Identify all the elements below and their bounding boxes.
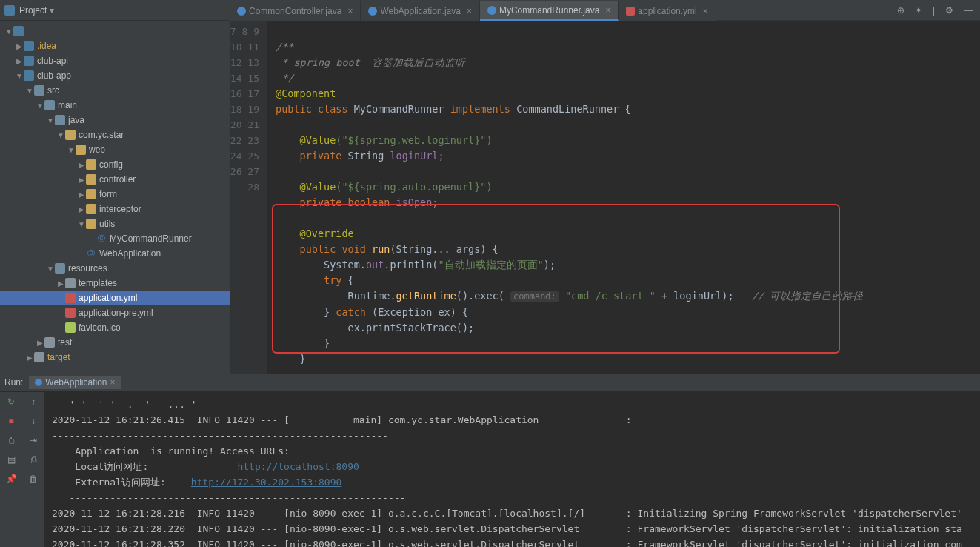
code-area[interactable]: /** * spring boot 容器加载后自动监听 */ @Componen… xyxy=(267,21,980,374)
layout-icon[interactable]: ▤ xyxy=(7,454,16,465)
tree-arrow-icon[interactable]: ▼ xyxy=(46,265,55,273)
tree-item[interactable]: ▶.idea xyxy=(0,39,230,53)
tree-arrow-icon[interactable]: ▶ xyxy=(25,354,34,362)
wrap-icon[interactable]: ⇥ xyxy=(30,435,37,445)
class-icon: Ⓒ xyxy=(86,248,96,259)
close-icon[interactable]: × xyxy=(347,6,353,16)
run-tab[interactable]: WebApplication × xyxy=(29,376,121,389)
tree-arrow-icon[interactable]: ▼ xyxy=(67,146,76,154)
run-header: Run: WebApplication × xyxy=(0,374,980,391)
tree-item[interactable]: ▶target xyxy=(0,350,230,365)
tree-item[interactable]: ⒸWebApplication xyxy=(0,246,230,261)
tree-arrow-icon[interactable]: ▶ xyxy=(77,176,86,184)
tree-item[interactable]: ▼com.yc.star xyxy=(0,127,230,142)
tree-item[interactable]: ▼ xyxy=(0,24,230,39)
folder-icon xyxy=(44,100,55,110)
editor-tab[interactable]: application.yml× xyxy=(619,1,716,21)
stop-icon[interactable]: ■ xyxy=(8,416,13,426)
target-icon[interactable]: ⊕ xyxy=(897,5,904,16)
tab-label: application.yml xyxy=(638,6,696,16)
tree-item[interactable]: ▶form xyxy=(0,187,230,202)
project-tree[interactable]: ▼▶.idea▶club-api▼club-app▼src▼main▼java▼… xyxy=(0,21,230,374)
tree-label: controller xyxy=(99,174,136,185)
tree-item[interactable]: ▼club-app xyxy=(0,68,230,83)
tree-arrow-icon[interactable]: ▼ xyxy=(77,220,86,228)
tree-item[interactable]: favicon.ico xyxy=(0,320,230,335)
code-editor[interactable]: 7 8 9 10 11 12 13 14 15 16 17 18 19 20 2… xyxy=(230,21,980,374)
file-icon xyxy=(368,7,377,16)
tree-arrow-icon[interactable]: ▼ xyxy=(56,131,65,139)
tree-label: utils xyxy=(99,219,115,229)
tree-item[interactable]: ▼java xyxy=(0,113,230,127)
expand-icon[interactable]: ✦ xyxy=(915,5,922,16)
run-tab-label: WebApplication xyxy=(45,377,107,388)
tree-item[interactable]: ▼src xyxy=(0,83,230,98)
tree-item[interactable]: ▼web xyxy=(0,142,230,157)
project-selector[interactable]: Project ▾ xyxy=(0,5,54,16)
file-icon xyxy=(626,7,635,16)
tree-label: web xyxy=(89,145,105,155)
tree-item[interactable]: ⒸMyCommandRunner xyxy=(0,231,230,246)
tree-arrow-icon[interactable]: ▼ xyxy=(46,116,55,125)
camera-icon[interactable]: ⎙ xyxy=(9,435,14,445)
editor-tab[interactable]: MyCommandRunner.java× xyxy=(480,1,619,21)
print-icon[interactable]: ⎙ xyxy=(31,454,36,465)
folder-icon xyxy=(34,85,44,96)
folder-icon xyxy=(24,70,34,81)
close-icon[interactable]: × xyxy=(605,5,610,16)
run-label: Run: xyxy=(4,377,23,388)
tree-item[interactable]: ▶config xyxy=(0,157,230,172)
tree-item[interactable]: ▶interceptor xyxy=(0,202,230,216)
tree-arrow-icon[interactable]: ▶ xyxy=(36,339,44,347)
gear-icon[interactable]: ⚙ xyxy=(945,5,953,16)
tree-item[interactable]: ▶club-api xyxy=(0,53,230,68)
tree-arrow-icon[interactable]: ▶ xyxy=(77,190,86,199)
tree-arrow-icon[interactable]: ▶ xyxy=(15,57,24,65)
folder-icon xyxy=(65,278,76,288)
tree-label: application.yml xyxy=(79,293,137,303)
folder-icon xyxy=(65,130,76,140)
tab-label: CommonController.java xyxy=(249,6,341,16)
tree-item[interactable]: ▶test xyxy=(0,335,230,350)
editor-tab[interactable]: CommonController.java× xyxy=(230,1,361,21)
tab-label: WebApplication.java xyxy=(380,6,461,16)
trash-icon[interactable]: 🗑 xyxy=(29,474,38,484)
tree-item[interactable]: application-pre.yml xyxy=(0,305,230,320)
folder-icon xyxy=(86,174,96,185)
file-icon xyxy=(487,6,496,15)
tree-item[interactable]: ▶templates xyxy=(0,276,230,291)
folder-icon xyxy=(13,26,24,36)
close-icon[interactable]: × xyxy=(110,377,116,388)
close-icon[interactable]: × xyxy=(703,6,708,16)
line-gutter: 7 8 9 10 11 12 13 14 15 16 17 18 19 20 2… xyxy=(230,21,267,374)
up-icon[interactable]: ↑ xyxy=(31,397,36,407)
console-output[interactable]: '-' '-' .- ' -...-' 2020-11-12 16:21:26.… xyxy=(44,392,980,547)
toolbar-icons: ⊕ ✦ | ⚙ — xyxy=(897,5,980,16)
close-icon[interactable]: × xyxy=(467,6,472,16)
tree-item[interactable]: ▶controller xyxy=(0,172,230,187)
tree-arrow-icon[interactable]: ▼ xyxy=(25,87,34,95)
tree-arrow-icon[interactable]: ▶ xyxy=(15,42,24,50)
tree-label: config xyxy=(99,159,123,170)
tree-arrow-icon[interactable]: ▼ xyxy=(4,27,13,36)
tree-item[interactable]: ▼utils xyxy=(0,216,230,231)
tree-label: favicon.ico xyxy=(79,322,121,333)
folder-icon xyxy=(44,337,55,348)
tree-label: resources xyxy=(68,263,107,274)
tree-item[interactable]: ▼resources xyxy=(0,261,230,276)
project-icon xyxy=(4,5,15,16)
tree-arrow-icon[interactable]: ▼ xyxy=(15,72,24,80)
collapse-icon[interactable]: — xyxy=(964,5,973,16)
class-icon: Ⓒ xyxy=(96,233,107,244)
tree-item[interactable]: application.yml xyxy=(0,291,230,305)
tree-label: java xyxy=(68,115,84,125)
tree-arrow-icon[interactable]: ▶ xyxy=(56,279,65,288)
rerun-icon[interactable]: ↻ xyxy=(7,397,15,407)
tree-item[interactable]: ▼main xyxy=(0,98,230,113)
editor-tab[interactable]: WebApplication.java× xyxy=(361,1,480,21)
pin-icon[interactable]: 📌 xyxy=(6,474,17,484)
tree-arrow-icon[interactable]: ▶ xyxy=(77,205,86,213)
tree-arrow-icon[interactable]: ▶ xyxy=(77,161,86,169)
down-icon[interactable]: ↓ xyxy=(31,416,36,426)
tree-arrow-icon[interactable]: ▼ xyxy=(36,102,44,110)
